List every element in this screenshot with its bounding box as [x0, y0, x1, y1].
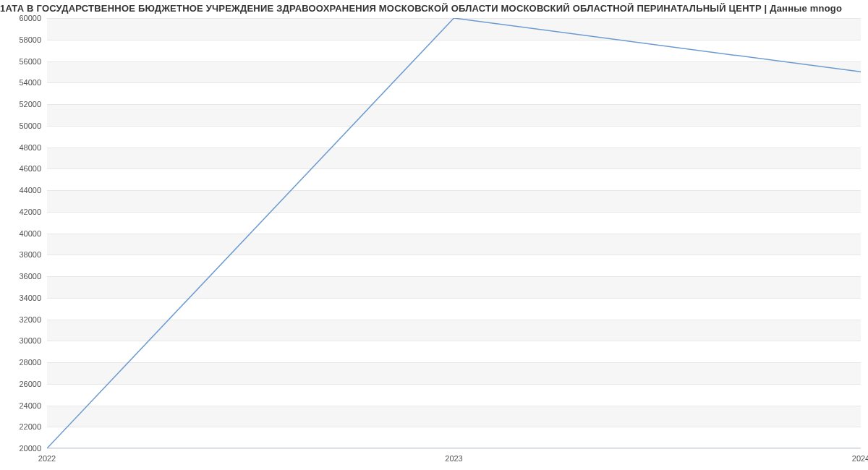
chart-title: 1АТА В ГОСУДАРСТВЕННОЕ БЮДЖЕТНОЕ УЧРЕЖДЕ…: [0, 3, 868, 14]
y-tick-label: 48000: [19, 143, 47, 152]
y-tick-label: 56000: [19, 57, 47, 66]
y-tick-label: 58000: [19, 35, 47, 44]
y-tick-label: 60000: [19, 14, 47, 22]
y-tick-label: 26000: [19, 380, 47, 388]
y-tick-label: 24000: [19, 401, 47, 410]
y-tick-label: 50000: [19, 121, 47, 130]
y-tick-label: 52000: [19, 100, 47, 108]
y-tick-label: 22000: [19, 422, 47, 431]
y-tick-label: 40000: [19, 229, 47, 238]
y-tick-label: 36000: [19, 272, 47, 281]
x-tick-label: 2023: [445, 448, 462, 463]
y-tick-label: 34000: [19, 294, 47, 302]
y-tick-label: 30000: [19, 336, 47, 345]
y-tick-label: 28000: [19, 358, 47, 367]
plot-area: 2000022000240002600028000300003200034000…: [47, 18, 861, 448]
chart-area: 2000022000240002600028000300003200034000…: [47, 18, 861, 448]
y-tick-label: 42000: [19, 208, 47, 216]
x-tick-label: 2022: [38, 448, 56, 463]
y-tick-label: 54000: [19, 78, 47, 87]
y-tick-label: 32000: [19, 315, 47, 324]
y-tick-label: 46000: [19, 164, 47, 173]
y-tick-label: 44000: [19, 186, 47, 195]
line-series: [47, 18, 861, 448]
y-tick-label: 38000: [19, 250, 47, 259]
x-tick-label: 2024: [852, 448, 868, 463]
